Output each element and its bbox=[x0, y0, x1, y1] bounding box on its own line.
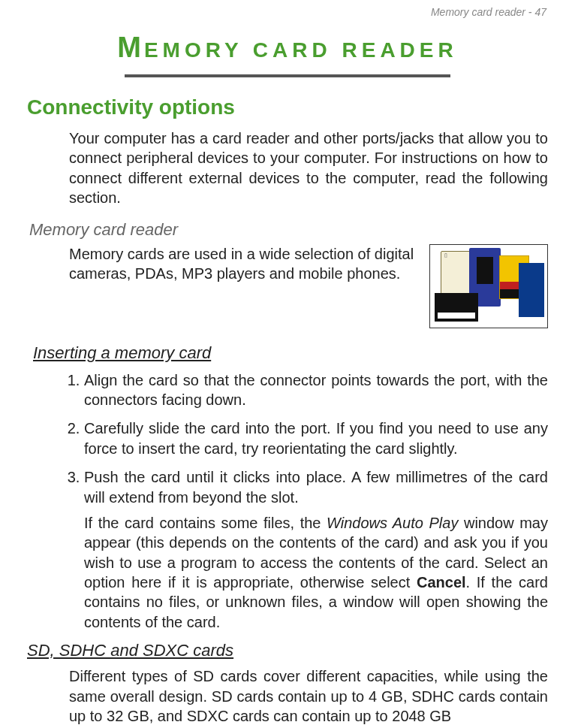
autoplay-text-1: If the card contains some files, the bbox=[84, 515, 327, 531]
section-intro: Your computer has a card reader and othe… bbox=[69, 128, 548, 208]
card-sd-navy-icon bbox=[519, 263, 544, 317]
subsection-heading-sd-types: SD, SDHC and SDXC cards bbox=[27, 641, 548, 660]
list-item: Push the card until it clicks into place… bbox=[84, 467, 548, 632]
memory-cards-figure: ▯ bbox=[429, 244, 548, 328]
running-head: Memory card reader - 47 bbox=[27, 6, 548, 18]
step-3-text: Push the card until it clicks into place… bbox=[84, 469, 548, 505]
memory-cards-description: Memory cards are used in a wide selectio… bbox=[69, 244, 423, 284]
autoplay-windows-em: Windows Auto Play bbox=[327, 515, 458, 531]
title-rule bbox=[125, 74, 450, 77]
sd-types-description: Different types of SD cards cover differ… bbox=[69, 666, 548, 726]
chapter-title: MEMORY CARD READER bbox=[27, 32, 548, 64]
subsection-heading-memory-card-reader: Memory card reader bbox=[29, 220, 548, 240]
list-item: Align the card so that the connector poi… bbox=[84, 370, 548, 410]
chapter-title-rest: EMORY CARD READER bbox=[144, 38, 458, 62]
list-item: Carefully slide the card into the port. … bbox=[84, 418, 548, 458]
section-title: Connectivity options bbox=[27, 95, 548, 119]
chapter-title-initial: M bbox=[117, 32, 144, 63]
autoplay-cancel-bold: Cancel bbox=[417, 574, 466, 591]
insert-steps-list: Align the card so that the connector poi… bbox=[69, 370, 548, 633]
subsection-heading-inserting: Inserting a memory card bbox=[33, 343, 548, 363]
autoplay-paragraph: If the card contains some files, the Win… bbox=[84, 513, 548, 632]
card-cf-black-icon bbox=[435, 293, 478, 322]
